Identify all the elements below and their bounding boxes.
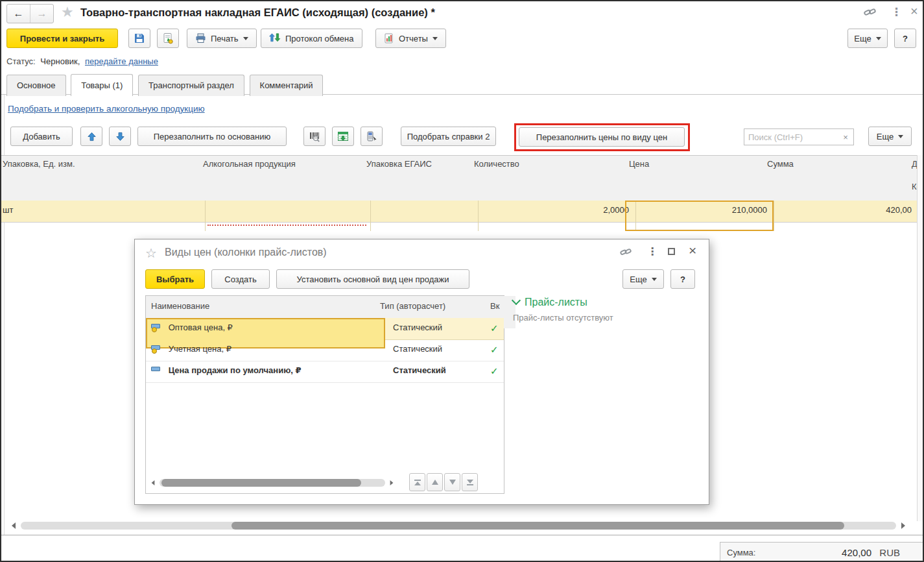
- dialog-more-button[interactable]: Еще: [622, 269, 664, 289]
- cell-amount[interactable]: 420,00: [763, 201, 919, 231]
- post-and-close-button[interactable]: Провести и закрыть: [6, 29, 118, 48]
- dialog-set-main-button[interactable]: Установить основной вид цен продажи: [276, 269, 469, 289]
- hscroll-thumb[interactable]: [231, 522, 844, 530]
- list-hscroll-left-arrow[interactable]: [152, 480, 155, 485]
- dialog-link-icon[interactable]: [620, 247, 632, 259]
- exchange-protocol-button[interactable]: Протокол обмена: [261, 29, 362, 48]
- tab-label: Транспортный раздел: [148, 80, 234, 90]
- price-kind-type: Статический: [393, 344, 442, 354]
- col-alcohol[interactable]: Алкогольная продукция: [199, 156, 371, 206]
- price-kind-icon: [151, 366, 161, 374]
- send-data-link[interactable]: передайте данные: [85, 56, 158, 66]
- link-icon[interactable]: [864, 7, 877, 19]
- cell-egais-pack[interactable]: [362, 201, 479, 231]
- dialog-maximize-icon[interactable]: [668, 248, 675, 255]
- move-up-button[interactable]: [80, 127, 102, 146]
- refill-by-basis-label: Перезаполнить по основанию: [154, 132, 271, 141]
- list-row-prodazhi-default[interactable]: Цена продажи по умолчанию, ₽ Статический…: [146, 361, 504, 383]
- col-packaging[interactable]: Упаковка, Ед. изм.: [1, 156, 207, 206]
- hscroll-track[interactable]: [21, 522, 896, 530]
- pricelists-empty-text: Прайс-листы отсутствуют: [513, 313, 701, 323]
- items-table-row[interactable]: шт 2,0000 210,0000 420,00: [1, 201, 917, 223]
- favorite-star-icon[interactable]: ★: [61, 4, 74, 21]
- reports-label: Отчеты: [399, 34, 428, 43]
- cell-quantity[interactable]: 2,0000: [470, 201, 636, 231]
- items-more-button[interactable]: Еще: [868, 127, 912, 146]
- tab-kommentariy[interactable]: Комментарий: [250, 75, 324, 96]
- list-col-type-label: Тип (авторасчет): [380, 301, 445, 311]
- save-button[interactable]: [128, 29, 150, 48]
- pricelists-group-header[interactable]: Прайс-листы: [513, 297, 701, 308]
- save-icon: [134, 32, 145, 44]
- list-hscroll-right-arrow[interactable]: [390, 480, 394, 485]
- tab-tovary[interactable]: Товары (1): [71, 74, 133, 96]
- go-last-button[interactable]: [462, 473, 478, 491]
- price-kind-type: Статический: [393, 365, 446, 375]
- col-amount-label: Сумма: [767, 159, 794, 169]
- go-first-button[interactable]: [409, 473, 425, 491]
- dialog-star-icon[interactable]: ☆: [145, 245, 157, 261]
- post-document-button[interactable]: [157, 29, 179, 48]
- hscroll-right-arrow[interactable]: [901, 522, 905, 529]
- price-kinds-list: Наименование ↓ Тип (авторасчет) Вк Оптов…: [145, 295, 504, 494]
- barcode-scan-button[interactable]: [303, 127, 326, 146]
- list-row-optovaya[interactable]: Оптовая цена, ₽ Статический ✓: [146, 318, 504, 340]
- tab-transportnyy-razdel[interactable]: Транспортный раздел: [138, 75, 244, 96]
- dialog-create-button[interactable]: Создать: [211, 269, 270, 289]
- go-prev-button[interactable]: [427, 473, 443, 491]
- list-hscroll-thumb[interactable]: [161, 479, 361, 487]
- tab-label: Комментарий: [260, 80, 313, 90]
- check-icon: ✓: [490, 344, 499, 355]
- tab-osnovnoe[interactable]: Основное: [6, 75, 66, 96]
- list-hscroll-track[interactable]: [160, 479, 385, 487]
- data-terminal-button[interactable]: [361, 127, 383, 146]
- dialog-help-button[interactable]: ?: [670, 269, 695, 289]
- back-icon: ←: [14, 8, 24, 19]
- form-more-button[interactable]: Еще: [847, 29, 888, 48]
- history-nav: ← →: [6, 4, 54, 23]
- list-cell-included[interactable]: ✓: [485, 361, 515, 391]
- more-menu-dots-icon[interactable]: ⋮: [891, 5, 902, 19]
- required-field-underline: [207, 225, 366, 226]
- list-row-uchetnaya[interactable]: Учетная цена, ₽ Статический ✓: [146, 339, 504, 361]
- list-col-included-label: Вк: [490, 301, 499, 311]
- pick-check-alcohol-link[interactable]: Подобрать и проверить алкогольную продук…: [8, 104, 205, 114]
- col-amount[interactable]: Сумма: [763, 156, 916, 206]
- go-next-button[interactable]: [444, 473, 460, 491]
- search-clear-button[interactable]: ×: [838, 128, 854, 145]
- form-help-button[interactable]: ?: [894, 29, 916, 48]
- col-price[interactable]: Цена: [625, 156, 772, 206]
- refill-prices-by-kind-button[interactable]: Перезаполнить цены по виду цен: [519, 127, 685, 147]
- hscroll-left-arrow[interactable]: [12, 522, 16, 529]
- window-close-icon[interactable]: ×: [910, 4, 918, 19]
- tabstrip: Основное Товары (1) Транспортный раздел …: [1, 73, 923, 95]
- price-kind-type: Статический: [393, 323, 442, 332]
- print-button[interactable]: Печать: [187, 29, 257, 48]
- items-vscrollbar[interactable]: [917, 155, 923, 521]
- col-quantity[interactable]: Количество: [470, 156, 634, 206]
- price-kinds-dialog: ☆ Виды цен (колонки прайс-листов) ⋮ × Вы…: [134, 239, 709, 505]
- list-cell-name[interactable]: Цена продажи по умолчанию, ₽: [146, 361, 385, 391]
- cell-packaging[interactable]: шт: [1, 201, 206, 231]
- add-row-button[interactable]: Добавить: [10, 127, 73, 146]
- tab-label: Товары (1): [81, 80, 123, 90]
- forward-button[interactable]: →: [30, 5, 53, 23]
- cell-price-selected[interactable]: 210,0000: [625, 201, 774, 231]
- move-down-button[interactable]: [109, 127, 131, 146]
- dialog-select-button[interactable]: Выбрать: [145, 269, 205, 289]
- total-sum-currency: RUB: [879, 547, 900, 558]
- dialog-help-label: ?: [680, 275, 685, 284]
- search-input[interactable]: [744, 129, 838, 145]
- refill-by-basis-button[interactable]: Перезаполнить по основанию: [137, 127, 287, 146]
- search-clear-icon: ×: [843, 132, 848, 142]
- price-kind-icon: [151, 345, 161, 353]
- pick-certificates-button[interactable]: Подобрать справки 2: [401, 127, 496, 146]
- back-button[interactable]: ←: [7, 5, 30, 23]
- reports-button[interactable]: Отчеты: [375, 29, 446, 48]
- load-table-button[interactable]: [332, 127, 354, 146]
- dialog-menu-dots-icon[interactable]: ⋮: [647, 245, 657, 258]
- cell-alcohol[interactable]: [199, 201, 371, 231]
- col-egais-pack[interactable]: Упаковка ЕГАИС: [362, 156, 479, 206]
- cell-price-value: 210,0000: [732, 205, 767, 215]
- dialog-close-icon[interactable]: ×: [689, 243, 696, 258]
